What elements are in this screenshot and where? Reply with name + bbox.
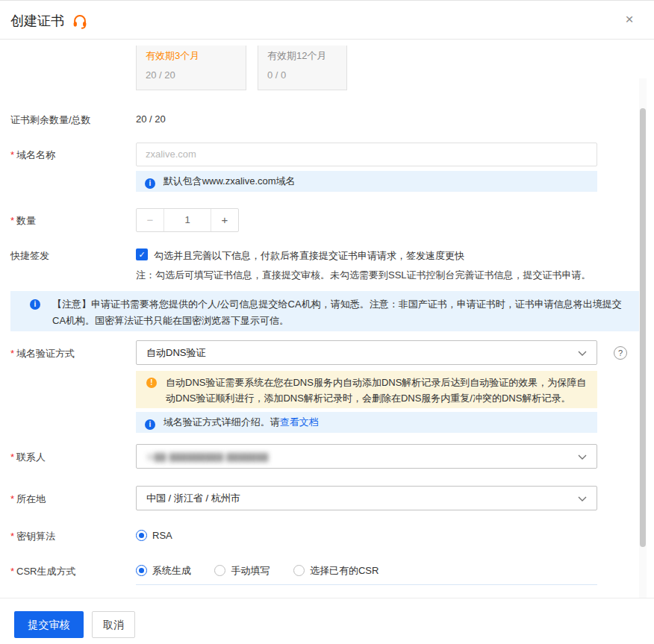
card-label: 有效期12个月 <box>267 49 337 63</box>
quantity-value[interactable]: 1 <box>164 209 211 231</box>
quick-issue-note: 注：勾选后可填写证书信息，直接提交审核。未勾选需要到SSL证书控制台完善证书信息… <box>136 269 591 282</box>
radio-manual-fill[interactable]: 手动填写 <box>214 565 270 576</box>
domain-name-input[interactable]: zxalive.com <box>136 143 597 166</box>
dialog-body: 有效期3个月 20 / 20 有效期12个月 0 / 0 证书剩余数量/总数 2… <box>0 40 647 598</box>
domain-hint-text: 默认包含www.zxalive.com域名 <box>164 175 296 187</box>
info-icon: i <box>30 299 40 310</box>
validation-method-value: 自动DNS验证 <box>146 347 205 358</box>
region-select[interactable]: 中国 / 浙江省 / 杭州市 <box>136 486 597 510</box>
info-icon: i <box>145 419 155 430</box>
radio-system-generated[interactable]: 系统生成 <box>136 565 191 576</box>
page-title: 创建证书 <box>10 12 64 30</box>
scrollbar-thumb[interactable] <box>640 108 646 547</box>
contact-value-redacted: 张██ █████████ ███████ <box>146 453 269 461</box>
radio-selected-icon <box>136 530 147 541</box>
contact-label: *联系人 <box>10 451 46 464</box>
view-docs-link[interactable]: 查看文档 <box>280 416 319 428</box>
create-certificate-dialog: 创建证书 × 有效期3个月 20 / 20 有效期12个月 0 / 0 证书剩余… <box>0 0 654 644</box>
remaining-quota-label: 证书剩余数量/总数 <box>10 113 91 127</box>
domain-hint-banner: i 默认包含www.zxalive.com域名 <box>136 171 597 192</box>
quantity-label: *数量 <box>10 214 36 228</box>
validation-info-banner: i 域名验证方式详细介绍。请查看文档 <box>136 412 597 433</box>
remaining-quota-value: 20 / 20 <box>136 113 166 125</box>
card-label: 有效期3个月 <box>146 49 237 63</box>
validity-card-3month[interactable]: 有效期3个月 20 / 20 <box>136 46 246 90</box>
csr-method-group: 系统生成 手动填写 选择已有的CSR <box>136 563 399 578</box>
radio-unselected-icon <box>214 565 225 576</box>
validation-info-text: 域名验证方式详细介绍。请 <box>164 416 280 428</box>
validity-card-12month[interactable]: 有效期12个月 0 / 0 <box>258 46 347 90</box>
region-value: 中国 / 浙江省 / 杭州市 <box>146 493 240 504</box>
radio-existing-csr[interactable]: 选择已有的CSR <box>293 565 379 576</box>
warning-icon: ! <box>146 378 157 388</box>
dns-warning-banner: ! 自动DNS验证需要系统在您在DNS服务内自动添加DNS解析记录后达到自动验证… <box>136 371 597 408</box>
dialog-footer: 提交审核 取消 <box>0 598 654 644</box>
card-value: 20 / 20 <box>146 69 237 81</box>
cancel-button[interactable]: 取消 <box>92 611 135 638</box>
clipped-section-edge <box>136 584 597 585</box>
radio-unselected-icon <box>293 565 305 576</box>
customer-service-icon[interactable] <box>72 13 88 29</box>
radio-selected-icon <box>136 565 147 576</box>
stepper-plus-button[interactable]: + <box>211 209 238 231</box>
radio-rsa[interactable]: RSA <box>136 530 172 541</box>
region-label: *所在地 <box>10 493 46 506</box>
ca-notice-banner: i 【注意】申请证书需要将您提供的个人/公司信息提交给CA机构，请知悉。注意：非… <box>10 291 641 331</box>
quick-issue-label: 快捷签发 <box>10 249 49 263</box>
key-algorithm-group: RSA <box>136 528 193 542</box>
stepper-minus-button[interactable]: − <box>137 209 164 231</box>
scrollbar-track[interactable] <box>639 78 647 637</box>
quick-issue-checkbox[interactable]: ✓ <box>136 248 148 260</box>
quick-issue-checkbox-text: 勾选并且完善以下信息，付款后将直接提交证书申请请求，签发速度更快 <box>154 249 464 263</box>
dns-warning-text: 自动DNS验证需要系统在您在DNS服务内自动添加DNS解析记录后达到自动验证的效… <box>166 377 586 404</box>
domain-name-label: *域名名称 <box>10 149 55 162</box>
info-icon: i <box>145 178 155 189</box>
validation-method-select[interactable]: 自动DNS验证 <box>136 340 597 365</box>
dialog-header: 创建证书 × <box>0 1 654 40</box>
help-question-icon[interactable]: ? <box>614 346 627 360</box>
key-algorithm-label: *密钥算法 <box>10 530 55 543</box>
contact-select[interactable]: 张██ █████████ ███████ <box>136 444 597 469</box>
chevron-down-icon <box>578 351 587 357</box>
csr-method-label: *CSR生成方式 <box>10 565 76 578</box>
card-value: 0 / 0 <box>267 69 337 81</box>
ca-notice-text: 【注意】申请证书需要将您提供的个人/公司信息提交给CA机构，请知悉。注意：非国产… <box>52 298 622 326</box>
validation-method-label: *域名验证方式 <box>10 347 75 360</box>
close-icon[interactable]: × <box>621 11 638 28</box>
submit-review-button[interactable]: 提交审核 <box>14 611 84 638</box>
chevron-down-icon <box>578 496 587 502</box>
validity-card-group: 有效期3个月 20 / 20 有效期12个月 0 / 0 <box>136 46 347 90</box>
quantity-stepper: − 1 + <box>136 208 239 232</box>
chevron-down-icon <box>578 454 587 460</box>
